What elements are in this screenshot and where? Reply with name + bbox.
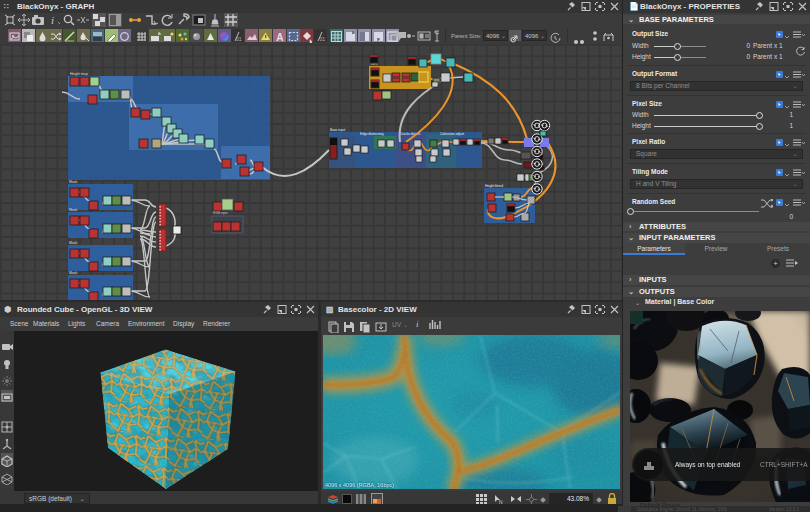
svg-text:Mask: Mask: [69, 180, 78, 184]
svg-text:Edge distressing: Edge distressing: [360, 132, 384, 136]
svg-text:RGB input: RGB input: [213, 211, 228, 215]
svg-text:A: A: [276, 32, 283, 43]
svg-text:Height map: Height map: [70, 72, 88, 76]
svg-text:Mask: Mask: [69, 271, 78, 275]
svg-text:01: 01: [320, 36, 326, 42]
svg-text:Mask: Mask: [69, 241, 78, 245]
svg-text:Coloration adjust: Coloration adjust: [440, 132, 464, 136]
svg-text:Base input: Base input: [330, 128, 345, 132]
svg-text:Height blend: Height blend: [485, 184, 503, 188]
svg-text:Mask: Mask: [69, 208, 78, 212]
svg-text:i: i: [51, 14, 54, 26]
svg-text:01: 01: [236, 36, 242, 42]
